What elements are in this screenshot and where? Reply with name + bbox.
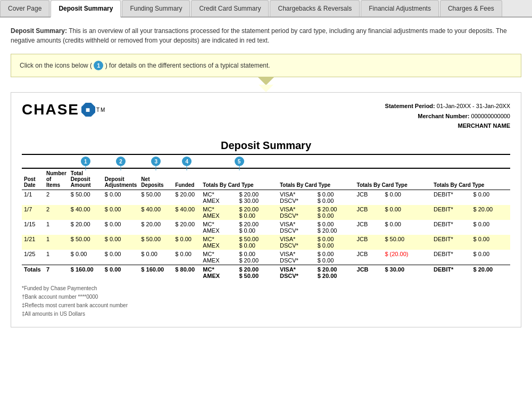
footnotes: *Funded by Chase Paymentech †Bank accoun… [22, 284, 510, 318]
totals-mc-value: $ 20.00$ 50.00 [237, 265, 278, 281]
cell-visa-value: $ 0.00$ 0.00 [315, 190, 355, 206]
cell-visa-label: VISA*DSCV* [278, 250, 315, 265]
tab-financial-adjustments[interactable]: Financial Adjustments [361, 0, 439, 17]
cell-deposit-adj: $ 0.00 [103, 220, 139, 235]
tab-credit-card-summary[interactable]: Credit Card Summary [191, 0, 269, 17]
cell-jcb-label: JCB [355, 250, 383, 265]
statement-period-label: Statement Period: [385, 103, 435, 109]
cell-funded: $ 0.00 [173, 250, 201, 265]
cell-jcb-label: JCB [355, 205, 383, 220]
th-total-deposit: Total DepositAmount [69, 168, 103, 190]
table-title: Deposit Summary [22, 139, 510, 152]
cell-visa-value: $ 0.00$ 0.00 [315, 235, 355, 250]
chase-octagon-icon: ■ [81, 103, 95, 117]
tab-funding-summary[interactable]: Funding Summary [122, 0, 190, 17]
cell-net-deposits: $ 0.00 [139, 250, 173, 265]
th-post-indicator [22, 154, 44, 168]
cell-num-items: 1 [44, 250, 69, 265]
totals-net-deposits: $ 160.00 [139, 265, 173, 281]
cell-mc-value: $ 20.00$ 0.00 [237, 205, 278, 220]
merchant-name-line: MERCHANT NAME [385, 121, 510, 131]
indicator-bubble-3[interactable]: 3 [151, 157, 161, 166]
info-box-text: Click on the icons below ( 1 ) for detai… [20, 61, 512, 77]
th-adj-indicator: 2 [103, 154, 139, 168]
th-card-type-3: Totals By Card Type [355, 168, 432, 190]
tab-charges-fees[interactable]: Charges & Fees [440, 0, 502, 17]
cell-num-items: 2 [44, 190, 69, 206]
cell-num-items: 2 [44, 205, 69, 220]
cell-debit-value: $ 20.00 [471, 205, 510, 220]
statement-area: CHASE ■ TM Statement Period: 01-Jan-20XX… [11, 92, 521, 327]
th-card1-indicator: 5 [201, 154, 278, 168]
cell-jcb-value: $ 50.00 [383, 235, 431, 250]
tab-bar: Cover Page Deposit Summary Funding Summa… [0, 0, 532, 18]
totals-jcb-value: $ 30.00 [383, 265, 431, 281]
cell-deposit-adj: $ 0.00 [103, 235, 139, 250]
cell-debit-value: $ 0.00 [471, 190, 510, 206]
cell-total-deposit: $ 40.00 [69, 205, 103, 220]
cell-post-date: 1/1 [22, 190, 44, 206]
description-bold: Deposit Summary: [11, 27, 67, 35]
cell-net-deposits: $ 50.00 [139, 190, 173, 206]
tab-cover-page[interactable]: Cover Page [0, 0, 49, 17]
description-text: This is an overview of all your transact… [11, 27, 507, 44]
cell-mc-label: MC*AMEX [201, 220, 237, 235]
tab-chargebacks[interactable]: Chargebacks & Reversals [270, 0, 360, 17]
cell-mc-label: MC*AMEX [201, 205, 237, 220]
cell-debit-label: DEBIT* [431, 220, 471, 235]
info-bubble-1[interactable]: 1 [94, 61, 103, 70]
totals-visa-value: $ 20.00$ 20.00 [315, 265, 355, 281]
cell-debit-label: DEBIT* [431, 250, 471, 265]
cell-visa-label: VISA*DSCV* [278, 220, 315, 235]
cell-total-deposit: $ 50.00 [69, 235, 103, 250]
th-total-indicator: 1 [69, 154, 103, 168]
totals-deposit-adj: $ 0.00 [103, 265, 139, 281]
totals-debit-value: $ 20.00 [471, 265, 510, 281]
cell-post-date: 1/15 [22, 220, 44, 235]
table-row: 1/21 1 $ 50.00 $ 0.00 $ 50.00 $ 0.00 MC*… [22, 235, 510, 250]
tab-deposit-summary[interactable]: Deposit Summary [51, 0, 121, 18]
cell-mc-value: $ 50.00$ 0.00 [237, 235, 278, 250]
th-num-indicator [44, 154, 69, 168]
cell-post-date: 1/7 [22, 205, 44, 220]
totals-funded: $ 80.00 [173, 265, 201, 281]
footnote-4: ‡All amounts in US Dollars [22, 310, 510, 318]
table-wrapper: 1 2 3 4 5 [22, 154, 510, 318]
cell-jcb-label: JCB [355, 235, 383, 250]
chase-tm: TM [96, 107, 106, 113]
totals-label: Totals [22, 265, 44, 281]
statement-info: Statement Period: 01-Jan-20XX - 31-Jan-2… [385, 101, 510, 131]
cell-num-items: 1 [44, 235, 69, 250]
cell-funded: $ 20.00 [173, 190, 201, 206]
cell-mc-value: $ 0.00$ 20.00 [237, 250, 278, 265]
table-row: 1/1 2 $ 50.00 $ 0.00 $ 50.00 $ 20.00 MC*… [22, 190, 510, 206]
cell-jcb-value-red: $ (20.00) [383, 250, 431, 265]
indicator-bubble-1[interactable]: 1 [81, 157, 90, 166]
indicator-bubble-5[interactable]: 5 [235, 157, 244, 166]
totals-total-deposit: $ 160.00 [69, 265, 103, 281]
cell-jcb-label: JCB [355, 190, 383, 206]
th-num-items: Numberof Items [44, 168, 69, 190]
footnote-2: †Bank account number ****0000 [22, 293, 510, 301]
cell-net-deposits: $ 40.00 [139, 205, 173, 220]
cell-post-date: 1/25 [22, 250, 44, 265]
indicator-bubble-2[interactable]: 2 [116, 157, 126, 166]
th-net-indicator: 3 [139, 154, 173, 168]
cell-debit-label: DEBIT* [431, 235, 471, 250]
statement-header: CHASE ■ TM Statement Period: 01-Jan-20XX… [22, 101, 510, 131]
chase-text: CHASE [22, 101, 79, 118]
cell-visa-label: VISA*DSCV* [278, 190, 315, 206]
cell-total-deposit: $ 20.00 [69, 220, 103, 235]
cell-debit-label: DEBIT* [431, 190, 471, 206]
cell-debit-label: DEBIT* [431, 205, 471, 220]
totals-row: Totals 7 $ 160.00 $ 0.00 $ 160.00 $ 80.0… [22, 265, 510, 281]
cell-mc-value: $ 20.00$ 0.00 [237, 220, 278, 235]
indicator-bubble-4[interactable]: 4 [182, 157, 192, 166]
cell-deposit-adj: $ 0.00 [103, 250, 139, 265]
cell-deposit-adj: $ 0.00 [103, 205, 139, 220]
th-card-type-4: Totals By Card Type [431, 168, 510, 190]
totals-num-items: 7 [44, 265, 69, 281]
cell-post-date: 1/21 [22, 235, 44, 250]
cell-funded: $ 40.00 [173, 205, 201, 220]
th-funded: Funded [173, 168, 201, 190]
